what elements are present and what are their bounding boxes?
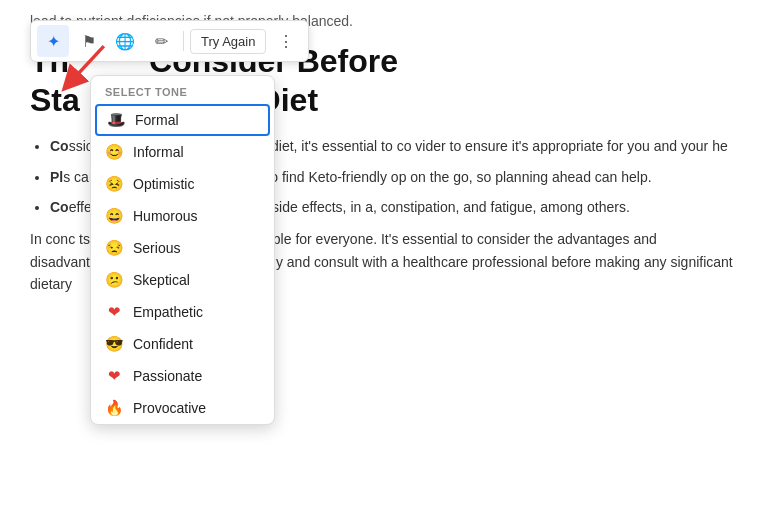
tone-item-informal[interactable]: 😊 Informal	[91, 136, 274, 168]
skeptical-icon: 😕	[105, 271, 123, 289]
dropdown-header: SELECT TONE	[91, 76, 274, 104]
more-button[interactable]: ⋮	[270, 25, 302, 57]
tone-item-optimistic[interactable]: 😣 Optimistic	[91, 168, 274, 200]
formal-label: Formal	[135, 112, 179, 128]
edit-button[interactable]: ✏	[145, 25, 177, 57]
toolbar-divider	[183, 31, 184, 51]
informal-icon: 😊	[105, 143, 123, 161]
optimistic-icon: 😣	[105, 175, 123, 193]
tone-item-confident[interactable]: 😎 Confident	[91, 328, 274, 360]
formal-icon: 🎩	[107, 111, 125, 129]
provocative-icon: 🔥	[105, 399, 123, 417]
tone-item-empathetic[interactable]: ❤ Empathetic	[91, 296, 274, 328]
skeptical-label: Skeptical	[133, 272, 190, 288]
provocative-label: Provocative	[133, 400, 206, 416]
humorous-label: Humorous	[133, 208, 198, 224]
tone-item-serious[interactable]: 😒 Serious	[91, 232, 274, 264]
passionate-icon: ❤	[105, 367, 123, 385]
passionate-label: Passionate	[133, 368, 202, 384]
optimistic-label: Optimistic	[133, 176, 194, 192]
humorous-icon: 😄	[105, 207, 123, 225]
empathetic-icon: ❤	[105, 303, 123, 321]
tone-item-skeptical[interactable]: 😕 Skeptical	[91, 264, 274, 296]
confident-label: Confident	[133, 336, 193, 352]
tone-dropdown: SELECT TONE 🎩 Formal 😊 Informal 😣 Optimi…	[90, 75, 275, 425]
tone-item-passionate[interactable]: ❤ Passionate	[91, 360, 274, 392]
tone-item-formal[interactable]: 🎩 Formal	[95, 104, 270, 136]
serious-icon: 😒	[105, 239, 123, 257]
tone-item-humorous[interactable]: 😄 Humorous	[91, 200, 274, 232]
globe-button[interactable]: 🌐	[109, 25, 141, 57]
informal-label: Informal	[133, 144, 184, 160]
tone-item-provocative[interactable]: 🔥 Provocative	[91, 392, 274, 424]
confident-icon: 😎	[105, 335, 123, 353]
empathetic-label: Empathetic	[133, 304, 203, 320]
serious-label: Serious	[133, 240, 180, 256]
try-again-button[interactable]: Try Again	[190, 29, 266, 54]
